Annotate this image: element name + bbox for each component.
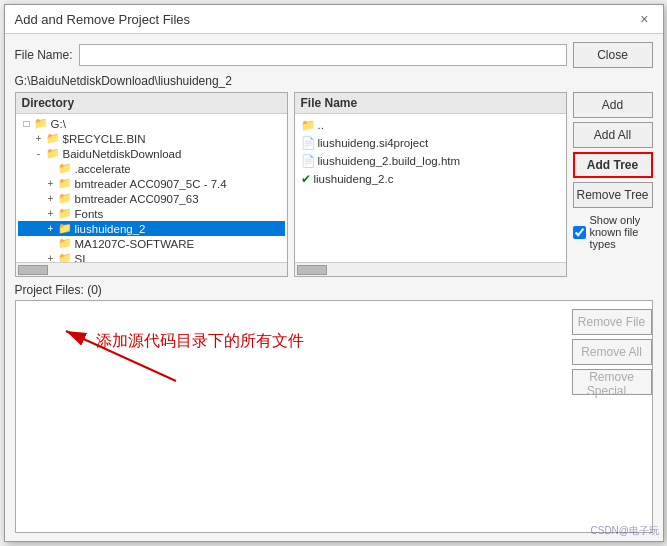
dir-scrollbar-thumb bbox=[18, 265, 48, 275]
directory-content[interactable]: □📁G:\+📁$RECYCLE.BIN-📁BaiduNetdiskDownloa… bbox=[16, 114, 287, 262]
annotation-arrow bbox=[16, 301, 236, 421]
file-content[interactable]: 📁..📄liushuideng.si4project📄liushuideng_2… bbox=[295, 114, 566, 262]
directory-pane: Directory □📁G:\+📁$RECYCLE.BIN-📁BaiduNetd… bbox=[15, 92, 288, 277]
file-name-label: File Name: bbox=[15, 48, 73, 62]
tree-item[interactable]: 📁.accelerate bbox=[18, 161, 285, 176]
tree-item[interactable]: 📁MA1207C-SOFTWARE bbox=[18, 236, 285, 251]
add-button[interactable]: Add bbox=[573, 92, 653, 118]
annotation-text: 添加源代码目录下的所有文件 bbox=[96, 331, 304, 352]
title-close-button[interactable]: × bbox=[636, 11, 652, 27]
add-all-button[interactable]: Add All bbox=[573, 122, 653, 148]
show-known-checkbox[interactable] bbox=[573, 226, 586, 239]
file-item[interactable]: 📄liushuideng.si4project bbox=[297, 134, 564, 152]
close-button[interactable]: Close bbox=[573, 42, 653, 68]
remove-tree-button[interactable]: Remove Tree bbox=[573, 182, 653, 208]
tree-item[interactable]: +📁bmtreader ACC0907_63 bbox=[18, 191, 285, 206]
project-files-section: Project Files: (0) 添加源代码目录下的所有文件 bbox=[15, 283, 653, 533]
file-item[interactable]: 📄liushuideng_2.build_log.htm bbox=[297, 152, 564, 170]
file-name-input[interactable] bbox=[79, 44, 567, 66]
tree-item[interactable]: +📁Fonts bbox=[18, 206, 285, 221]
remove-file-button[interactable]: Remove File bbox=[572, 309, 652, 335]
dir-scrollbar-h[interactable] bbox=[16, 262, 287, 276]
project-files-label: Project Files: (0) bbox=[15, 283, 653, 297]
dialog-body: File Name: Close G:\BaiduNetdiskDownload… bbox=[5, 34, 663, 541]
directory-header: Directory bbox=[16, 93, 287, 114]
tree-item[interactable]: +📁liushuideng_2 bbox=[18, 221, 285, 236]
file-pane: File Name 📁..📄liushuideng.si4project📄liu… bbox=[294, 92, 567, 277]
tree-item[interactable]: □📁G:\ bbox=[18, 116, 285, 131]
file-scrollbar-h[interactable] bbox=[295, 262, 566, 276]
file-item[interactable]: ✔liushuideng_2.c bbox=[297, 170, 564, 188]
file-scrollbar-thumb bbox=[297, 265, 327, 275]
svg-line-1 bbox=[66, 331, 176, 381]
checkbox-row: Show only known file types bbox=[573, 214, 653, 250]
show-known-label: Show only known file types bbox=[590, 214, 653, 250]
tree-item[interactable]: +📁SI bbox=[18, 251, 285, 262]
file-header: File Name bbox=[295, 93, 566, 114]
title-bar: Add and Remove Project Files × bbox=[5, 5, 663, 34]
remove-all-button[interactable]: Remove All bbox=[572, 339, 652, 365]
file-item[interactable]: 📁.. bbox=[297, 116, 564, 134]
dialog-title: Add and Remove Project Files bbox=[15, 12, 191, 27]
add-tree-button[interactable]: Add Tree bbox=[573, 152, 653, 178]
file-name-row: File Name: Close bbox=[15, 42, 653, 68]
remove-special-button[interactable]: Remove Special... bbox=[572, 369, 652, 395]
watermark: CSDN@电子玩 bbox=[591, 524, 660, 538]
main-dialog: Add and Remove Project Files × File Name… bbox=[4, 4, 664, 542]
middle-section: Directory □📁G:\+📁$RECYCLE.BIN-📁BaiduNetd… bbox=[15, 92, 653, 277]
path-label: G:\BaiduNetdiskDownload\liushuideng_2 bbox=[15, 74, 653, 88]
bottom-right-buttons: Remove File Remove All Remove Special... bbox=[572, 305, 652, 532]
tree-item[interactable]: -📁BaiduNetdiskDownload bbox=[18, 146, 285, 161]
project-files-area[interactable]: 添加源代码目录下的所有文件 Remove File Remove All Rem… bbox=[15, 300, 653, 533]
tree-item[interactable]: +📁$RECYCLE.BIN bbox=[18, 131, 285, 146]
tree-item[interactable]: +📁bmtreader ACC0907_5C - 7.4 bbox=[18, 176, 285, 191]
right-buttons: Add Add All Add Tree Remove Tree Show on… bbox=[573, 92, 653, 277]
